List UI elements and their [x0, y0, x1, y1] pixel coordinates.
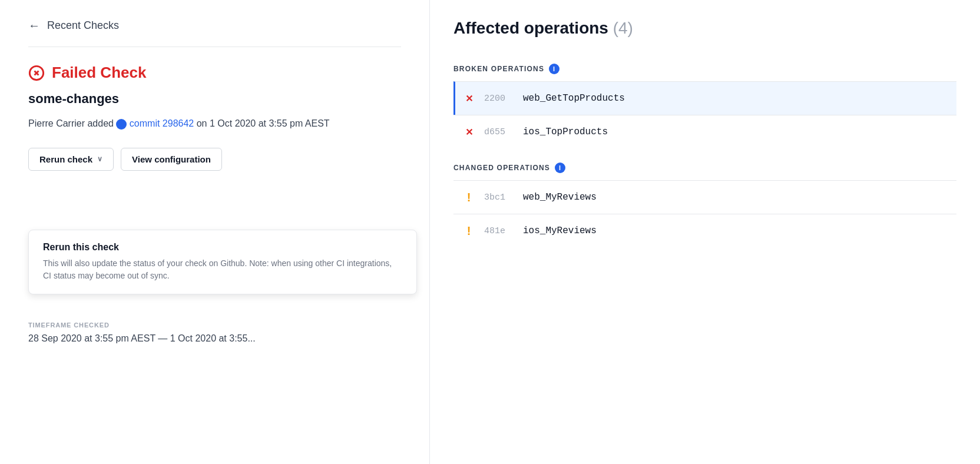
changed-status-icon: !: [463, 191, 475, 203]
operation-row[interactable]: ✕ 2200 web_GetTopProducts: [453, 81, 956, 115]
broken-info-icon[interactable]: i: [549, 64, 559, 74]
commit-date: on 1 Oct 2020 at 3:55 pm AEST: [197, 118, 330, 128]
rerun-dropdown-menu: Rerun this check This will also update t…: [28, 230, 417, 294]
chevron-down-icon: ∨: [97, 155, 102, 163]
branch-name: some-changes: [28, 91, 401, 107]
failed-check-row: Failed Check: [28, 64, 401, 82]
back-nav-label: Recent Checks: [47, 19, 119, 32]
operation-row[interactable]: ! 481e ios_MyReviews: [453, 214, 956, 247]
changed-operations-label: CHANGED OPERATIONS i: [453, 153, 956, 180]
broken-status-icon: ✕: [463, 126, 475, 138]
broken-status-icon: ✕: [463, 92, 475, 104]
operation-row[interactable]: ! 3bc1 web_MyReviews: [453, 180, 956, 214]
timeframe-section: TIMEFRAME CHECKED 28 Sep 2020 at 3:55 pm…: [28, 312, 401, 344]
view-configuration-button[interactable]: View configuration: [121, 148, 222, 171]
op-name: ios_MyReviews: [523, 226, 597, 236]
affected-count-value: (4): [613, 19, 633, 37]
top-divider: [28, 47, 401, 47]
op-name: ios_TopProducts: [523, 127, 608, 137]
operation-row[interactable]: ✕ d655 ios_TopProducts: [453, 115, 956, 148]
changed-info-icon[interactable]: i: [555, 163, 565, 173]
failed-check-icon: [28, 65, 45, 81]
failed-check-label: Failed Check: [52, 64, 146, 82]
right-panel: Affected operations (4) BROKEN OPERATION…: [430, 0, 980, 464]
op-name: web_GetTopProducts: [523, 93, 625, 104]
rerun-check-button[interactable]: Rerun check ∨: [28, 148, 114, 171]
op-id: d655: [484, 127, 514, 137]
dropdown-menu-title: Rerun this check: [43, 242, 402, 253]
op-id: 481e: [484, 226, 514, 236]
timeframe-value: 28 Sep 2020 at 3:55 pm AEST — 1 Oct 2020…: [28, 333, 401, 344]
changed-status-icon: !: [463, 225, 475, 237]
affected-title: Affected operations: [453, 19, 608, 37]
affected-operations-header: Affected operations (4): [453, 19, 956, 38]
left-panel: ← Recent Checks Failed Check some-change…: [0, 0, 430, 464]
commit-info: Pierre Carrier added commit 298642 on 1 …: [28, 116, 401, 131]
commit-link[interactable]: commit 298642: [130, 116, 194, 131]
broken-operations-label: BROKEN OPERATIONS i: [453, 54, 956, 81]
commit-author: Pierre Carrier added: [28, 118, 114, 128]
timeframe-label: TIMEFRAME CHECKED: [28, 322, 401, 329]
op-id: 2200: [484, 94, 514, 104]
buttons-row: Rerun check ∨ View configuration: [28, 148, 401, 171]
back-arrow-icon: ←: [28, 19, 40, 32]
op-name: web_MyReviews: [523, 192, 597, 203]
dropdown-menu-desc: This will also update the status of your…: [43, 257, 402, 282]
globe-icon: [116, 119, 127, 130]
op-id: 3bc1: [484, 193, 514, 203]
back-nav[interactable]: ← Recent Checks: [28, 19, 401, 32]
